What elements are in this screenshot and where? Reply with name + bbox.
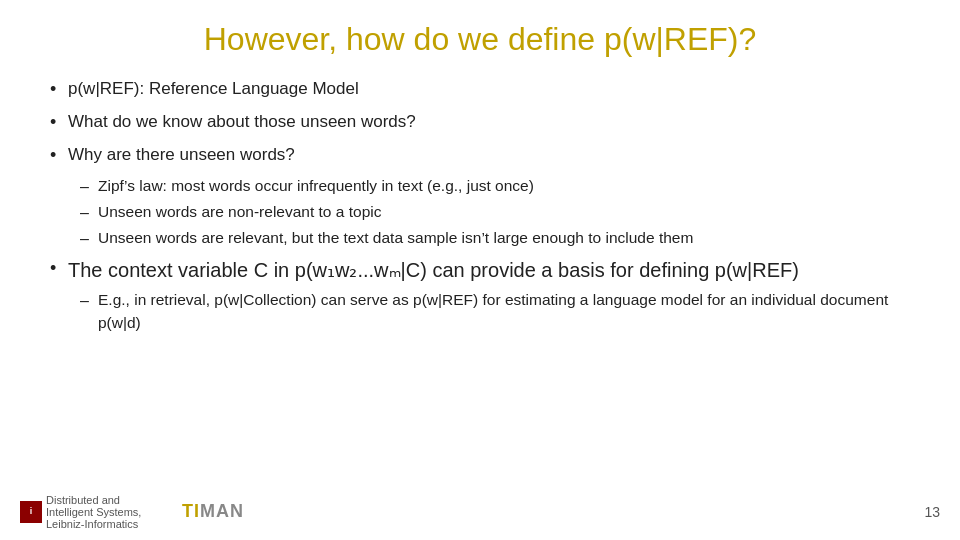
sub-bullet-3-3: – Unseen words are relevant, but the tex… [80, 227, 910, 251]
bullet-text-1: p(w|REF): Reference Language Model [68, 76, 359, 102]
bullet-4: • The context variable C in p(w₁w₂...wₘ|… [50, 255, 910, 285]
sub-dash-3-1: – [80, 175, 98, 199]
bullet-dot-2: • [50, 109, 68, 136]
slide-title: However, how do we define p(w|REF)? [50, 20, 910, 58]
dais-logo-box: i [20, 501, 42, 523]
bullet-1: • p(w|REF): Reference Language Model [50, 76, 910, 103]
bullet-3: • Why are there unseen words? [50, 142, 910, 169]
sub-bullet-3-1: – Zipf’s law: most words occur infrequen… [80, 175, 910, 199]
sub-text-3-3: Unseen words are relevant, but the text … [98, 227, 693, 249]
sub-bullet-3-2: – Unseen words are non-relevant to a top… [80, 201, 910, 225]
dais-logo-text: Distributed and Intelligent Systems, Lei… [46, 494, 166, 530]
slide-content: • p(w|REF): Reference Language Model • W… [50, 76, 910, 500]
sub-dash-3-3: – [80, 227, 98, 251]
sub-bullets-3: – Zipf’s law: most words occur infrequen… [80, 175, 910, 251]
sub-text-3-1: Zipf’s law: most words occur infrequentl… [98, 175, 534, 197]
footer-logos: i Distributed and Intelligent Systems, L… [20, 494, 244, 530]
dais-logo: i Distributed and Intelligent Systems, L… [20, 494, 166, 530]
sub-bullet-4-1: – E.g., in retrieval, p(w|Collection) ca… [80, 289, 910, 334]
timan-logo: TIMAN [182, 501, 244, 522]
bullet-text-3: Why are there unseen words? [68, 142, 295, 168]
bullet-2: • What do we know about those unseen wor… [50, 109, 910, 136]
timan-logo-text: TIMAN [182, 501, 244, 522]
slide-footer: i Distributed and Intelligent Systems, L… [0, 494, 960, 530]
bullet-dot-1: • [50, 76, 68, 103]
sub-dash-4-1: – [80, 289, 98, 313]
bullet-dot-3: • [50, 142, 68, 169]
slide: However, how do we define p(w|REF)? • p(… [0, 0, 960, 540]
bullet-dot-4: • [50, 255, 68, 282]
page-number: 13 [924, 504, 940, 520]
dais-logo-icon: i [30, 507, 33, 516]
sub-text-4-1: E.g., in retrieval, p(w|Collection) can … [98, 289, 910, 334]
sub-text-3-2: Unseen words are non-relevant to a topic [98, 201, 381, 223]
bullet-text-2: What do we know about those unseen words… [68, 109, 416, 135]
bullet-text-4: The context variable C in p(w₁w₂...wₘ|C)… [68, 255, 799, 285]
sub-bullets-4: – E.g., in retrieval, p(w|Collection) ca… [80, 289, 910, 334]
sub-dash-3-2: – [80, 201, 98, 225]
